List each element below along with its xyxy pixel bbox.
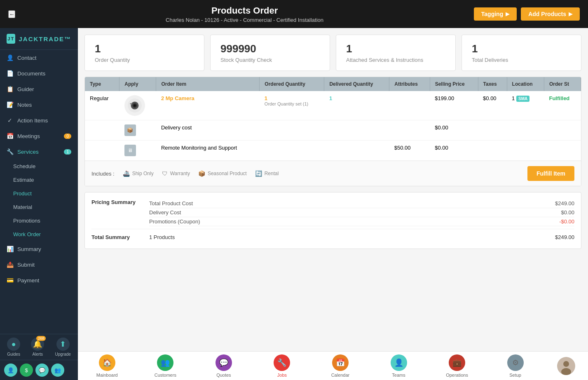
user-icon-3[interactable]: 💬 — [35, 364, 49, 377]
app-bar-teams[interactable]: 👤 Teams — [382, 354, 415, 378]
sidebar-item-notes[interactable]: 📝 Notes — [0, 97, 78, 113]
row-order-item: 2 Mp Camera — [156, 91, 260, 120]
meetings-badge: 0 — [64, 134, 71, 139]
customers-icon: 👥 — [157, 354, 173, 371]
app-bar-setup[interactable]: ⚙ Setup — [499, 354, 532, 378]
pricing-line-promotions: Promotions (Coupon) -$0.00 — [149, 217, 574, 226]
calendar-icon: 📅 — [332, 354, 349, 371]
guides-icon: ● — [7, 338, 20, 351]
product-image — [124, 95, 145, 116]
sidebar-item-submit[interactable]: 📤 Submit — [0, 257, 78, 272]
row-type: Regular — [85, 91, 119, 120]
fulfill-item-button[interactable]: Fulfill Item — [527, 166, 574, 181]
sidebar-item-documents[interactable]: 📄 Documents — [0, 66, 78, 81]
sidebar-item-summary[interactable]: 📊 Summary — [0, 241, 78, 257]
stat-attached-services: 1 Attached Services & Instructions — [336, 35, 456, 71]
service-oqty-1 — [260, 120, 324, 141]
col-apply: Apply — [119, 77, 156, 91]
total-summary-row: Total Summary 1 Products $249.00 — [91, 229, 574, 242]
ship-only-icon: 🚢 — [123, 170, 130, 177]
row-ordered-qty: 1 Order Quantity set (1) — [260, 91, 324, 120]
app-bar-mainboard[interactable]: 🏠 Mainboard — [91, 354, 124, 378]
documents-icon: 📄 — [7, 70, 13, 77]
product-name-link[interactable]: 2 Mp Camera — [161, 95, 194, 101]
service-price-2: $0.00 — [430, 141, 478, 161]
service-icon-1: 📦 — [119, 120, 156, 141]
sidebar-sub-estimate[interactable]: Estimate — [0, 173, 78, 187]
service-attr-1 — [389, 120, 430, 141]
app-bar: 🏠 Mainboard 👥 Customers 💬 Quotes 🔧 Jobs … — [78, 351, 588, 380]
svg-point-6 — [563, 361, 569, 367]
back-button[interactable]: ← — [8, 10, 15, 18]
user-icon-2[interactable]: $ — [20, 364, 33, 377]
col-delivered-qty: Delivered Quantity — [324, 77, 389, 91]
user-icon-1[interactable]: 👤 — [4, 364, 17, 377]
sidebar-item-action-items[interactable]: ✓ Action Items — [0, 113, 78, 128]
alerts-button[interactable]: 🔔 268 Alerts — [31, 338, 44, 357]
app-bar-operations[interactable]: 💼 Operations — [440, 354, 473, 378]
sidebar-sub-product[interactable]: Product — [0, 187, 78, 200]
sidebar-item-guider[interactable]: 📋 Guider — [0, 81, 78, 97]
includes-row: Includes : 🚢 Ship Only 🛡 Warranty 📦 Seas… — [85, 161, 581, 186]
service-dqty-1 — [324, 120, 389, 141]
sidebar-item-meetings[interactable]: 📅 Meetings 0 — [0, 128, 78, 144]
setup-icon: ⚙ — [507, 354, 524, 371]
sidebar-sub-work-order[interactable]: Work Order — [0, 228, 78, 241]
service-type-1 — [85, 120, 119, 141]
notes-icon: 📝 — [7, 101, 13, 108]
top-header: ← Products Order Charles Nolan - 10126 -… — [0, 0, 588, 28]
page-title: Products Order — [166, 5, 323, 16]
user-avatar[interactable] — [557, 357, 575, 375]
guides-button[interactable]: ● Guides — [7, 338, 20, 357]
logo-icon: JT — [7, 34, 15, 44]
sidebar-sub-promotions[interactable]: Promotions — [0, 214, 78, 228]
upgrade-button[interactable]: ⬆ Upgrade — [55, 338, 71, 357]
pricing-section: Pricing Summary Total Product Cost $249.… — [84, 192, 581, 249]
sidebar-item-contact[interactable]: 👤 Contact — [0, 50, 78, 66]
teams-icon: 👤 — [391, 354, 407, 371]
col-taxes: Taxes — [478, 77, 507, 91]
back-button-container: ← — [8, 10, 15, 18]
rental-icon: 🔄 — [255, 170, 262, 177]
sidebar-sub-material[interactable]: Material — [0, 200, 78, 214]
avatar-svg — [557, 357, 575, 375]
stat-total-deliveries: 1 Total Deliveries — [461, 35, 581, 71]
tagging-button[interactable]: Tagging ▶ — [474, 7, 517, 21]
pricing-details: Total Product Cost $249.00 Delivery Cost… — [149, 199, 574, 226]
operations-icon: 💼 — [449, 354, 465, 371]
main-layout: JT JACKTRADE™ 👤 Contact 📄 Documents 📋 Gu… — [0, 28, 588, 380]
app-bar-customers[interactable]: 👥 Customers — [149, 354, 182, 378]
service-oqty-2 — [260, 141, 324, 161]
service-loc-1 — [507, 120, 544, 141]
service-loc-2 — [507, 141, 544, 161]
quotes-icon: 💬 — [216, 354, 232, 371]
app-bar-quotes[interactable]: 💬 Quotes — [207, 354, 240, 378]
app-bar-calendar[interactable]: 📅 Calendar — [324, 354, 357, 378]
pricing-line-total-product: Total Product Cost $249.00 — [149, 199, 574, 208]
service-dqty-2 — [324, 141, 389, 161]
row-attributes — [389, 91, 430, 120]
row-location: 1 SMA — [507, 91, 544, 120]
table-row-camera: Regular — [85, 91, 581, 120]
service-label-2: Remote Monitoring and Support — [156, 141, 260, 161]
camera-svg — [127, 98, 143, 113]
sidebar-item-services[interactable]: 🔧 Services 1 — [0, 144, 78, 160]
row-delivered-qty: 1 — [324, 91, 389, 120]
svg-point-3 — [134, 104, 136, 107]
sidebar-sub-schedule[interactable]: Schedule — [0, 160, 78, 173]
service-tax-1 — [478, 120, 507, 141]
user-icon-4[interactable]: 👥 — [51, 364, 64, 377]
pricing-line-delivery: Delivery Cost $0.00 — [149, 208, 574, 217]
app-bar-jobs[interactable]: 🔧 Jobs — [265, 354, 298, 378]
includes-warranty: 🛡 Warranty — [162, 170, 190, 177]
sma-badge: SMA — [516, 96, 529, 102]
col-selling-price: Selling Price — [430, 77, 478, 91]
payment-icon: 💳 — [7, 277, 13, 284]
service-price-1: $0.00 — [430, 120, 478, 141]
service-status-2 — [544, 141, 581, 161]
seasonal-icon: 📦 — [198, 170, 205, 177]
add-products-button[interactable]: Add Products ▶ — [521, 7, 580, 21]
right-panel: 1 Order Quantity 999990 Stock Quantity C… — [78, 28, 588, 380]
col-ordered-qty: Ordered Quantity — [260, 77, 324, 91]
sidebar-item-payment[interactable]: 💳 Payment — [0, 272, 78, 288]
